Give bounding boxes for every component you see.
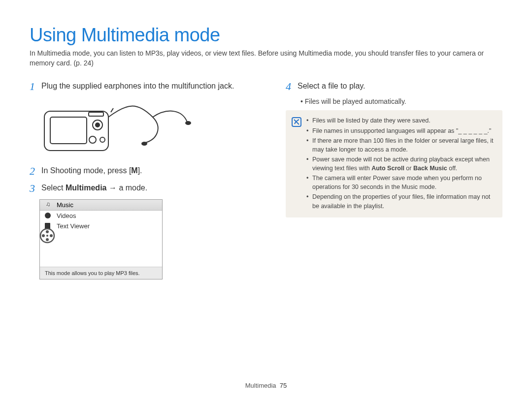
step-number: 1 <box>30 81 41 93</box>
right-column: 4 Select a file to play. Files will be p… <box>286 81 502 283</box>
svg-point-8 <box>141 142 147 146</box>
note-mid: or <box>404 165 413 172</box>
page-footer: Multimedia 75 <box>0 382 532 389</box>
step-bold: M <box>131 166 137 175</box>
note-item: The camera will enter Power save mode wh… <box>306 174 496 191</box>
note-bold: Auto Scroll <box>371 165 404 172</box>
page-title: Using Multimedia mode <box>30 25 502 46</box>
note-item: File names in unsupported languages will… <box>306 126 496 135</box>
step-prefix: In Shooting mode, press [ <box>41 166 131 175</box>
note-item: If there are more than 100 files in the … <box>306 136 496 154</box>
svg-point-3 <box>96 123 100 127</box>
step-3: 3 Select Multimedia → a mode. <box>30 183 266 194</box>
footer-section: Multimedia <box>245 382 276 389</box>
step-4: 4 Select a file to play. <box>286 81 502 93</box>
svg-rect-1 <box>50 117 87 144</box>
svg-point-11 <box>46 230 49 233</box>
film-reel-icon <box>39 227 56 244</box>
note-icon <box>292 117 301 127</box>
svg-rect-6 <box>89 112 103 116</box>
svg-point-4 <box>89 136 96 143</box>
footer-page-number: 75 <box>280 382 287 389</box>
note-item: Files will be listed by date they were s… <box>306 116 496 125</box>
svg-point-12 <box>50 234 53 237</box>
step-text: Select Multimedia → a mode. <box>41 183 147 193</box>
intro-text: In Multimedia mode, you can listen to MP… <box>30 49 502 68</box>
step-text: In Shooting mode, press [M]. <box>41 165 142 176</box>
note-bold: Back Music <box>413 165 447 172</box>
svg-point-7 <box>185 121 191 125</box>
svg-point-14 <box>42 234 45 237</box>
left-column: 1 Plug the supplied earphones into the m… <box>30 81 266 283</box>
menu-item-videos: Videos <box>40 211 162 221</box>
step-number: 2 <box>30 165 41 177</box>
step-number: 3 <box>30 183 41 194</box>
step-bold: Multimedia <box>66 184 107 192</box>
menu-spacer <box>40 231 162 267</box>
step-text: Select a file to play. <box>298 81 366 92</box>
note-item: Depending on the properties of your file… <box>306 192 496 210</box>
note-list: Files will be listed by date they were s… <box>306 116 496 211</box>
note-box: Files will be listed by date they were s… <box>286 110 502 217</box>
step-number: 4 <box>286 81 298 93</box>
content-columns: 1 Plug the supplied earphones into the m… <box>30 81 502 283</box>
sub-bullet: Files will be played automatically. <box>300 97 502 105</box>
note-post: off. <box>447 165 458 172</box>
manual-page: Using Multimedia mode In Multimedia mode… <box>0 0 532 401</box>
menu-item-text-viewer: Text Viewer <box>40 221 162 231</box>
menu-caption: This mode allows you to play MP3 files. <box>40 267 162 279</box>
camera-earphones-illustration <box>39 97 197 156</box>
step-text: Plug the supplied earphones into the mul… <box>41 81 234 92</box>
svg-point-15 <box>46 235 48 237</box>
step-prefix: Select <box>41 184 66 192</box>
note-item: Power save mode will not be active durin… <box>306 155 496 173</box>
step-1: 1 Plug the supplied earphones into the m… <box>30 81 266 93</box>
menu-item-music: Music <box>40 200 162 211</box>
multimedia-menu-screenshot: Music Videos Text Viewer This mode allow… <box>39 199 163 279</box>
svg-line-9 <box>111 108 113 112</box>
svg-point-13 <box>46 238 49 241</box>
step-suffix: → a mode. <box>106 184 147 192</box>
svg-point-5 <box>100 137 105 142</box>
step-suffix: ]. <box>138 166 142 175</box>
step-2: 2 In Shooting mode, press [M]. <box>30 165 266 177</box>
